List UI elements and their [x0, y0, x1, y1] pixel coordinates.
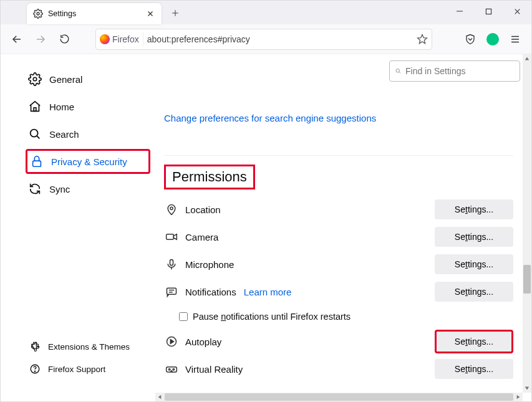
- url-text: about:preferences#privacy: [147, 34, 413, 44]
- svg-marker-40: [517, 395, 520, 399]
- svg-marker-33: [170, 340, 173, 344]
- permission-label: Location: [185, 204, 221, 215]
- tab-close-button[interactable]: [145, 9, 155, 19]
- extension-icon[interactable]: [483, 29, 503, 49]
- pause-notifications-row: Pause notifications until Firefox restar…: [179, 305, 531, 328]
- permission-row-vr: Virtual Reality Settings...: [164, 355, 513, 383]
- microphone-icon: [164, 257, 179, 272]
- horizontal-scrollbar[interactable]: [155, 393, 523, 401]
- vr-icon: [164, 361, 179, 376]
- notifications-learn-more-link[interactable]: Learn more: [244, 287, 292, 297]
- autoplay-settings-button[interactable]: Settings...: [435, 330, 513, 353]
- browser-tab[interactable]: Settings: [27, 3, 162, 24]
- svg-rect-29: [167, 288, 177, 294]
- pause-notifications-label[interactable]: Pause notifications until Firefox restar…: [193, 312, 351, 322]
- find-in-settings[interactable]: [389, 60, 520, 82]
- help-icon: [28, 362, 42, 376]
- gear-icon: [33, 9, 43, 19]
- sidebar-item-privacy[interactable]: Privacy & Security: [26, 149, 150, 174]
- notifications-settings-button[interactable]: Settings...: [435, 282, 513, 302]
- search-icon: [395, 67, 402, 75]
- back-button[interactable]: [7, 29, 27, 49]
- sidebar-label: Privacy & Security: [51, 156, 127, 167]
- app-menu-button[interactable]: [505, 29, 525, 49]
- firefox-logo-icon: [100, 34, 110, 44]
- svg-rect-25: [167, 234, 174, 239]
- notification-icon: [164, 284, 179, 299]
- new-tab-button[interactable]: [169, 7, 181, 19]
- sync-icon: [28, 182, 42, 196]
- permission-row-microphone: Microphone Settings...: [164, 251, 513, 278]
- svg-marker-39: [158, 395, 162, 399]
- close-window-button[interactable]: [503, 1, 531, 22]
- svg-marker-26: [173, 234, 177, 239]
- vertical-scrollbar[interactable]: [523, 54, 531, 393]
- permission-label: Notifications: [185, 287, 236, 297]
- svg-marker-11: [418, 34, 427, 43]
- svg-marker-38: [525, 387, 529, 390]
- window-controls: [445, 1, 531, 22]
- pocket-button[interactable]: [460, 29, 480, 49]
- identity-label: Firefox: [112, 34, 139, 44]
- autoplay-icon: [164, 334, 179, 349]
- vr-settings-button[interactable]: Settings...: [435, 359, 513, 379]
- svg-rect-6: [486, 9, 491, 14]
- reload-button[interactable]: [54, 29, 74, 49]
- camera-icon: [164, 229, 179, 244]
- sidebar-item-search[interactable]: Search: [26, 122, 155, 146]
- sidebar-item-sync[interactable]: Sync: [26, 176, 155, 201]
- scrollbar-thumb[interactable]: [165, 393, 513, 401]
- svg-line-18: [37, 136, 39, 138]
- scroll-left-arrow[interactable]: [155, 393, 164, 401]
- permission-row-camera: Camera Settings...: [164, 223, 513, 251]
- permission-row-notifications: Notifications Learn more Settings...: [164, 278, 513, 305]
- gear-icon: [28, 72, 42, 86]
- toolbar: Firefox about:preferences#privacy: [1, 24, 531, 54]
- identity-box[interactable]: Firefox: [100, 32, 143, 46]
- home-icon: [28, 100, 42, 113]
- lock-icon: [30, 155, 44, 168]
- sidebar-label: Home: [49, 102, 74, 112]
- sidebar-label: Search: [49, 129, 79, 140]
- microphone-settings-button[interactable]: Settings...: [435, 254, 513, 274]
- sidebar-label: Firefox Support: [48, 365, 105, 374]
- location-settings-button[interactable]: Settings...: [435, 199, 513, 219]
- url-bar[interactable]: Firefox about:preferences#privacy: [95, 29, 432, 50]
- scroll-down-arrow[interactable]: [523, 384, 531, 393]
- camera-settings-button[interactable]: Settings...: [435, 227, 513, 247]
- search-suggestion-link[interactable]: Change preferences for search engine sug…: [164, 113, 376, 123]
- find-in-settings-input[interactable]: [405, 66, 515, 76]
- svg-point-21: [34, 371, 35, 371]
- pause-notifications-checkbox[interactable]: [179, 312, 188, 321]
- scrollbar-thumb[interactable]: [523, 265, 531, 294]
- svg-rect-27: [170, 260, 173, 266]
- maximize-button[interactable]: [474, 1, 503, 22]
- permission-label: Autoplay: [185, 337, 221, 347]
- section-divider: [164, 155, 513, 156]
- sidebar-item-support[interactable]: Firefox Support: [26, 359, 155, 379]
- settings-main: Change preferences for search engine sug…: [155, 54, 531, 394]
- forward-button[interactable]: [31, 29, 51, 49]
- svg-point-24: [170, 207, 173, 209]
- sidebar-label: General: [49, 74, 82, 85]
- search-icon: [28, 127, 42, 141]
- sidebar-item-home[interactable]: Home: [26, 94, 155, 119]
- permissions-heading-highlight: Permissions: [164, 165, 255, 189]
- svg-marker-37: [525, 57, 529, 60]
- svg-point-15: [33, 77, 37, 81]
- settings-sidebar: General Home Search Privacy & Security S…: [1, 54, 155, 394]
- permissions-heading: Permissions: [166, 166, 253, 188]
- sidebar-item-extensions[interactable]: Extensions & Themes: [26, 337, 155, 357]
- svg-line-23: [399, 72, 400, 73]
- sidebar-item-general[interactable]: General: [26, 67, 155, 92]
- minimize-button[interactable]: [445, 1, 474, 22]
- scroll-right-arrow[interactable]: [514, 393, 523, 401]
- content-area: General Home Search Privacy & Security S…: [1, 54, 531, 394]
- permission-row-location: Location Settings...: [164, 196, 513, 223]
- sidebar-label: Extensions & Themes: [48, 342, 130, 352]
- scroll-up-arrow[interactable]: [523, 54, 531, 63]
- sidebar-label: Sync: [49, 184, 70, 194]
- svg-rect-19: [33, 161, 41, 166]
- bookmark-star-icon[interactable]: [417, 34, 428, 45]
- permission-label: Camera: [185, 232, 218, 242]
